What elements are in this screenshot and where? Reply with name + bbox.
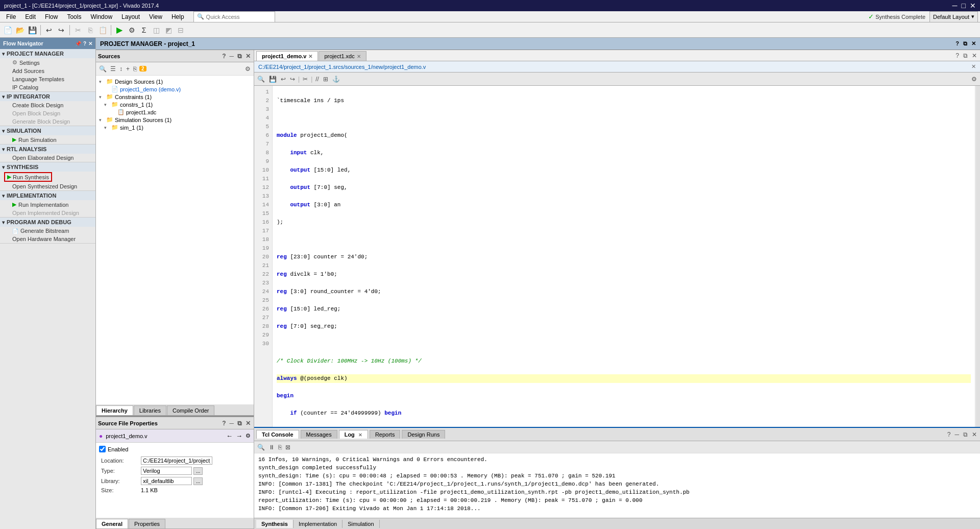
nav-run-simulation[interactable]: ▶ Run Simulation (4, 135, 95, 144)
help-icon[interactable]: ? (221, 419, 227, 427)
forward-icon[interactable]: → (236, 432, 242, 440)
menu-view[interactable]: View (145, 12, 166, 21)
close-icon[interactable]: ✕ (244, 52, 252, 60)
project-manager-header[interactable]: ▾ PROJECT MANAGER (0, 49, 95, 58)
sort-icon[interactable]: ↕ (118, 65, 124, 73)
pin-icon[interactable]: 📌 (75, 41, 81, 46)
layout-dropdown[interactable]: Default Layout ▾ (929, 11, 978, 22)
location-input[interactable] (141, 456, 212, 465)
redo-button[interactable]: ↪ (56, 25, 67, 36)
nav-ip-catalog[interactable]: IP Catalog (4, 83, 95, 91)
close-filepath-icon[interactable]: ✕ (971, 63, 976, 70)
menu-help[interactable]: Help (167, 12, 188, 21)
minimize-icon[interactable]: ─ (228, 52, 235, 60)
filter-icon[interactable]: ☰ (109, 65, 117, 73)
nav-settings[interactable]: ⚙ Settings (4, 58, 95, 67)
footer-tab-implementation[interactable]: Implementation (293, 520, 342, 528)
menu-window[interactable]: Window (86, 12, 116, 21)
copy-button[interactable]: ⎘ (85, 25, 96, 36)
nav-open-synthesized-design[interactable]: Open Synthesized Design (4, 182, 95, 190)
nav-open-elaborated-design[interactable]: Open Elaborated Design (4, 154, 95, 162)
tab-libraries[interactable]: Libraries (134, 405, 166, 415)
help-icon[interactable]: ? (946, 430, 952, 439)
menu-file[interactable]: File (2, 12, 20, 21)
tab-log[interactable]: Log ✕ (339, 430, 368, 439)
anchor-icon[interactable]: ⚓ (331, 75, 341, 83)
settings-icon[interactable]: ⚙ (246, 432, 251, 439)
tab-reports[interactable]: Reports (370, 430, 401, 439)
undo-icon[interactable]: ↩ (280, 75, 287, 83)
help-icon[interactable]: ? (221, 52, 227, 60)
footer-tab-simulation[interactable]: Simulation (342, 520, 379, 528)
sim-sources-item[interactable]: ▾ 📁 Simulation Sources (1) (98, 116, 252, 124)
close-icon[interactable]: ✕ (971, 52, 978, 60)
synthesis-header[interactable]: ▾ SYNTHESIS (0, 162, 95, 172)
close-icon[interactable]: ✕ (88, 41, 92, 46)
nav-add-sources[interactable]: Add Sources (4, 67, 95, 75)
redo-icon[interactable]: ↪ (289, 75, 296, 83)
close-icon[interactable]: ✕ (244, 419, 252, 427)
close-icon[interactable]: ✕ (971, 430, 978, 439)
quick-access-input[interactable] (206, 14, 267, 20)
constrs1-item[interactable]: ▾ 📁 constrs_1 (1) (98, 101, 252, 108)
minimize-button[interactable]: ─ (952, 2, 958, 10)
search-icon[interactable]: 🔍 (256, 75, 266, 83)
menu-flow[interactable]: Flow (41, 12, 62, 21)
close-button[interactable]: ✕ (970, 2, 976, 10)
comment-icon[interactable]: // (314, 75, 320, 83)
ip-integrator-header[interactable]: ▾ IP INTEGRATOR (0, 92, 95, 101)
tab-design-runs[interactable]: Design Runs (402, 430, 445, 439)
tool1-button[interactable]: ◫ (151, 25, 162, 36)
minimize-icon[interactable]: ─ (953, 430, 960, 439)
menu-edit[interactable]: Edit (21, 12, 40, 21)
open-file-button[interactable]: 📂 (14, 25, 26, 36)
clear-icon[interactable]: ⊠ (284, 443, 291, 451)
pause-icon[interactable]: ⏸ (267, 443, 276, 451)
simulation-header[interactable]: ▾ SIMULATION (0, 126, 95, 135)
nav-create-block-design[interactable]: Create Block Design (4, 101, 95, 109)
cut-button[interactable]: ✂ (72, 25, 84, 36)
maximize-button[interactable]: □ (962, 2, 966, 10)
nav-generate-bitstream[interactable]: 📄 Generate Bitstream (4, 227, 95, 235)
close-icon[interactable]: ✕ (971, 40, 976, 47)
tab-compile-order[interactable]: Compile Order (167, 405, 215, 415)
xdc-item[interactable]: 📋 project1.xdc (98, 108, 252, 116)
help-icon[interactable]: ? (955, 40, 959, 47)
design-sources-item[interactable]: ▾ 📁 Design Sources (1) (98, 78, 252, 85)
tool3-button[interactable]: ⊟ (175, 25, 186, 36)
tab-xdc[interactable]: project1.xdc ✕ (318, 51, 366, 61)
nav-open-hardware-manager[interactable]: Open Hardware Manager (4, 235, 95, 243)
tab-general[interactable]: General (96, 519, 128, 528)
library-browse-button[interactable]: ... (193, 477, 203, 485)
float-icon[interactable]: ⧉ (236, 419, 243, 427)
close-tab-demo[interactable]: ✕ (308, 54, 312, 59)
close-log-tab[interactable]: ✕ (358, 432, 362, 438)
nav-run-synthesis[interactable]: ▶ Run Synthesis (4, 172, 52, 182)
table-icon[interactable]: ⊞ (322, 75, 329, 83)
minimize-icon[interactable]: ─ (228, 419, 235, 427)
search-icon[interactable]: 🔍 (256, 443, 266, 451)
float-icon[interactable]: ⧉ (962, 430, 969, 439)
copy-icon[interactable]: ⎘ (277, 443, 283, 451)
editor-scrollbar[interactable] (975, 86, 980, 427)
close-tab-xdc[interactable]: ✕ (357, 54, 361, 59)
library-input[interactable] (141, 477, 192, 485)
tab-messages[interactable]: Messages (301, 430, 337, 439)
enabled-checkbox[interactable] (99, 446, 106, 452)
save-button[interactable]: 💾 (27, 25, 38, 36)
rtl-analysis-header[interactable]: ▾ RTL ANALYSIS (0, 145, 95, 154)
footer-tab-synthesis[interactable]: Synthesis (256, 520, 293, 528)
run-button[interactable]: ▶ (114, 25, 125, 36)
nav-run-implementation[interactable]: ▶ Run Implementation (4, 200, 95, 209)
settings-icon[interactable]: ⚙ (244, 65, 252, 73)
tab-tcl-console[interactable]: Tcl Console (256, 430, 299, 439)
type-browse-button[interactable]: ... (193, 467, 203, 475)
sim1-item[interactable]: ▾ 📁 sim_1 (1) (98, 124, 252, 131)
reports-button[interactable]: Σ (138, 25, 150, 36)
type-input[interactable] (141, 467, 192, 475)
paste-button[interactable]: 📋 (97, 25, 108, 36)
back-icon[interactable]: ← (226, 432, 233, 440)
tab-demo-v[interactable]: project1_demo.v ✕ (256, 51, 318, 61)
save-icon[interactable]: 💾 (268, 75, 278, 83)
nav-language-templates[interactable]: Language Templates (4, 75, 95, 83)
